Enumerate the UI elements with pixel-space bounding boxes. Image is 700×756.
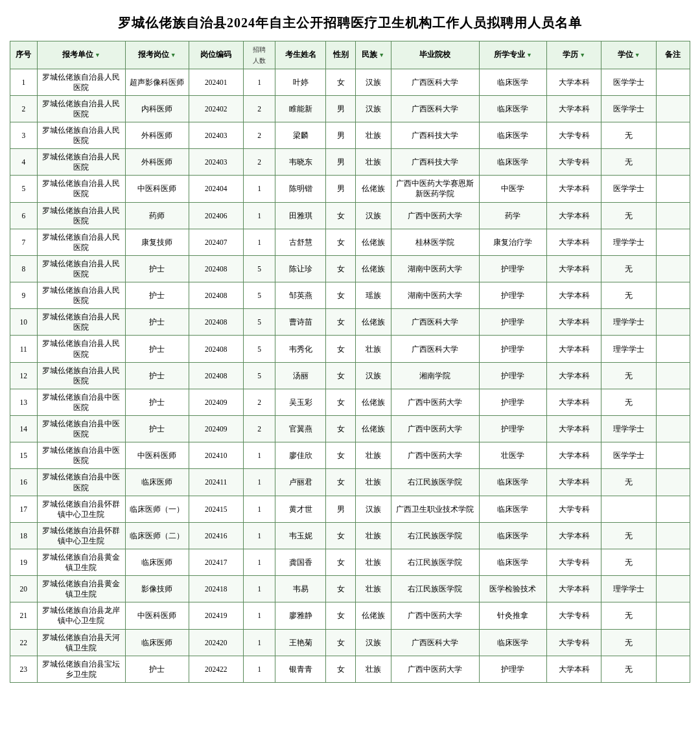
table-row: 17罗城仫佬族自治县怀群镇中心卫生院临床医师（一）2024151黄才世男汉族广西… [10, 496, 690, 522]
cell-major: 中医学 [479, 176, 546, 202]
cell-num: 1 [244, 629, 275, 656]
filter-icon-degree: ▼ [635, 51, 640, 60]
cell-degree: 无 [601, 522, 656, 549]
cell-num: 5 [244, 255, 275, 282]
col-header-num: 招聘人数 [244, 41, 275, 69]
cell-major: 壮医学 [479, 442, 546, 469]
cell-code: 202404 [189, 176, 243, 202]
cell-degree: 医学学士 [601, 442, 656, 469]
cell-major: 护理学 [479, 255, 546, 282]
cell-position: 护士 [126, 656, 189, 682]
table-row: 2罗城仫佬族自治县人民医院内科医师2024022睢能新男汉族广西医科大学临床医学… [10, 95, 690, 122]
cell-nation: 壮族 [355, 522, 391, 549]
cell-degree: 医学学士 [601, 95, 656, 122]
cell-unit: 罗城仫佬族自治县宝坛乡卫生院 [37, 656, 125, 682]
cell-unit: 罗城仫佬族自治县人民医院 [37, 309, 125, 336]
table-row: 20罗城仫佬族自治县黄金镇卫生院影像技师2024181韦易女壮族右江民族医学院医… [10, 576, 690, 602]
table-body: 1罗城仫佬族自治县人民医院超声影像科医师2024011叶婷女汉族广西医科大学临床… [10, 69, 690, 682]
cell-seq: 15 [10, 442, 38, 469]
cell-position: 外科医师 [126, 149, 189, 176]
cell-position: 护士 [126, 336, 189, 362]
table-row: 12罗城仫佬族自治县人民医院护士2024085汤丽女汉族湘南学院护理学大学本科无 [10, 362, 690, 389]
cell-unit: 罗城仫佬族自治县怀群镇中心卫生院 [37, 496, 125, 522]
cell-major: 临床医学 [479, 522, 546, 549]
cell-position: 药师 [126, 202, 189, 229]
cell-gender: 女 [326, 255, 355, 282]
cell-position: 临床医师（二） [126, 522, 189, 549]
cell-gender: 男 [326, 496, 355, 522]
cell-name: 王艳菊 [275, 629, 326, 656]
cell-name: 叶婷 [275, 69, 326, 95]
cell-degree: 无 [601, 149, 656, 176]
table-row: 1罗城仫佬族自治县人民医院超声影像科医师2024011叶婷女汉族广西医科大学临床… [10, 69, 690, 95]
cell-code: 202408 [189, 255, 243, 282]
cell-position: 护士 [126, 362, 189, 389]
cell-name: 韦秀化 [275, 336, 326, 362]
cell-num: 1 [244, 656, 275, 682]
page: 罗城仫佬族自治县2024年自主公开招聘医疗卫生机构工作人员拟聘用人员名单 序号 … [0, 0, 700, 756]
cell-gender: 女 [326, 442, 355, 469]
cell-school: 广西中医药大学赛恩斯新医药学院 [391, 176, 479, 202]
cell-unit: 罗城仫佬族自治县怀群镇中心卫生院 [37, 522, 125, 549]
cell-nation: 汉族 [355, 496, 391, 522]
table-row: 21罗城仫佬族自治县龙岸镇中心卫生院中医科医师2024191廖雅静女仫佬族广西中… [10, 602, 690, 629]
table-row: 19罗城仫佬族自治县黄金镇卫生院临床医师2024171龚国香女壮族右江民族医学院… [10, 549, 690, 575]
cell-note [656, 549, 690, 575]
cell-gender: 男 [326, 149, 355, 176]
cell-degree: 无 [601, 629, 656, 656]
cell-seq: 7 [10, 229, 38, 255]
table-row: 5罗城仫佬族自治县人民医院中医科医师2024041陈明锴男仫佬族广西中医药大学赛… [10, 176, 690, 202]
cell-position: 中医科医师 [126, 176, 189, 202]
cell-num: 2 [244, 416, 275, 442]
cell-note [656, 255, 690, 282]
cell-school: 广西中医药大学 [391, 656, 479, 682]
cell-num: 2 [244, 122, 275, 148]
cell-note [656, 442, 690, 469]
cell-edu: 大学本科 [546, 469, 601, 496]
cell-major: 临床医学 [479, 122, 546, 148]
cell-num: 1 [244, 176, 275, 202]
cell-major: 临床医学 [479, 69, 546, 95]
cell-major: 护理学 [479, 656, 546, 682]
cell-school: 广西中医药大学 [391, 416, 479, 442]
cell-position: 护士 [126, 389, 189, 415]
cell-name: 廖雅静 [275, 602, 326, 629]
cell-gender: 女 [326, 469, 355, 496]
cell-position: 超声影像科医师 [126, 69, 189, 95]
cell-unit: 罗城仫佬族自治县人民医院 [37, 282, 125, 309]
cell-gender: 女 [326, 309, 355, 336]
cell-code: 202408 [189, 309, 243, 336]
cell-school: 桂林医学院 [391, 229, 479, 255]
cell-name: 睢能新 [275, 95, 326, 122]
cell-gender: 女 [326, 522, 355, 549]
cell-note [656, 576, 690, 602]
cell-note [656, 656, 690, 682]
cell-name: 卢丽君 [275, 469, 326, 496]
cell-code: 202401 [189, 69, 243, 95]
cell-num: 1 [244, 469, 275, 496]
cell-edu: 大学本科 [546, 362, 601, 389]
cell-note [656, 202, 690, 229]
cell-degree: 医学学士 [601, 69, 656, 95]
cell-name: 韦易 [275, 576, 326, 602]
cell-seq: 10 [10, 309, 38, 336]
cell-seq: 22 [10, 629, 38, 656]
cell-edu: 大学本科 [546, 202, 601, 229]
cell-degree: 无 [601, 255, 656, 282]
cell-seq: 18 [10, 522, 38, 549]
cell-unit: 罗城仫佬族自治县人民医院 [37, 95, 125, 122]
cell-degree: 无 [601, 202, 656, 229]
cell-unit: 罗城仫佬族自治县中医医院 [37, 416, 125, 442]
cell-edu: 大学本科 [546, 522, 601, 549]
cell-position: 影像技师 [126, 576, 189, 602]
cell-note [656, 95, 690, 122]
cell-seq: 20 [10, 576, 38, 602]
cell-major: 临床医学 [479, 149, 546, 176]
cell-school: 广西医科大学 [391, 95, 479, 122]
cell-nation: 仫佬族 [355, 309, 391, 336]
cell-degree [601, 496, 656, 522]
cell-degree: 理学学士 [601, 309, 656, 336]
cell-num: 1 [244, 549, 275, 575]
cell-nation: 壮族 [355, 469, 391, 496]
cell-seq: 13 [10, 389, 38, 415]
